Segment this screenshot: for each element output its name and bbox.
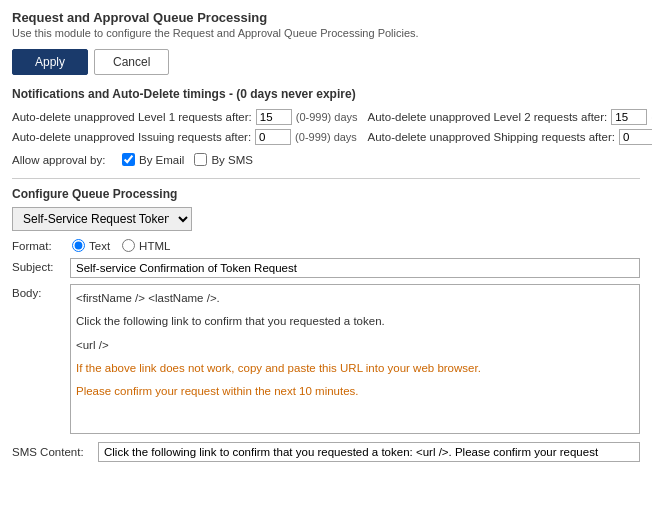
- autodelete-level2-label: Auto-delete unapproved Level 2 requests …: [368, 111, 608, 123]
- body-line-1: Click the following link to confirm that…: [76, 313, 634, 330]
- format-html-option: HTML: [139, 240, 170, 252]
- autodelete-issuing-label: Auto-delete unapproved Issuing requests …: [12, 131, 251, 143]
- by-email-checkbox-label[interactable]: By Email: [122, 153, 184, 166]
- body-textarea[interactable]: <firstName /> <lastName />. Click the fo…: [70, 284, 640, 434]
- autodelete-issuing-input[interactable]: [255, 129, 291, 145]
- format-html-radio[interactable]: [122, 239, 135, 252]
- autodelete-level1-label: Auto-delete unapproved Level 1 requests …: [12, 111, 252, 123]
- subject-input[interactable]: [70, 258, 640, 278]
- subject-row: Subject:: [12, 258, 640, 278]
- page-title: Request and Approval Queue Processing: [12, 10, 640, 25]
- notifications-section-title: Notifications and Auto-Delete timings - …: [12, 87, 640, 101]
- queue-dropdown[interactable]: Self-Service Request Token Level 1 Appro…: [12, 207, 192, 231]
- by-email-label: By Email: [139, 154, 184, 166]
- autodelete-shipping-row: Auto-delete unapproved Shipping requests…: [368, 129, 652, 145]
- format-text-label[interactable]: Text: [72, 239, 110, 252]
- configure-section-title: Configure Queue Processing: [12, 187, 640, 201]
- autodelete-level2-row: Auto-delete unapproved Level 2 requests …: [368, 109, 652, 125]
- format-html-label[interactable]: HTML: [122, 239, 170, 252]
- body-label: Body:: [12, 284, 64, 299]
- body-row: Body: <firstName /> <lastName />. Click …: [12, 284, 640, 434]
- autodelete-level1-row: Auto-delete unapproved Level 1 requests …: [12, 109, 358, 125]
- format-text-radio[interactable]: [72, 239, 85, 252]
- format-text-option: Text: [89, 240, 110, 252]
- page-subtitle: Use this module to configure the Request…: [12, 27, 640, 39]
- by-sms-checkbox-label[interactable]: By SMS: [194, 153, 253, 166]
- by-sms-checkbox[interactable]: [194, 153, 207, 166]
- autodelete-level1-input[interactable]: [256, 109, 292, 125]
- by-sms-label: By SMS: [211, 154, 253, 166]
- by-email-checkbox[interactable]: [122, 153, 135, 166]
- autodelete-level1-hint: (0-999) days: [296, 111, 358, 123]
- autodelete-issuing-hint: (0-999) days: [295, 131, 357, 143]
- format-label: Format:: [12, 240, 60, 252]
- autodelete-shipping-input[interactable]: [619, 129, 652, 145]
- subject-label: Subject:: [12, 258, 64, 273]
- body-line-4: Please confirm your request within the n…: [76, 383, 634, 400]
- body-line-2: <url />: [76, 337, 634, 354]
- autodelete-issuing-row: Auto-delete unapproved Issuing requests …: [12, 129, 358, 145]
- cancel-button[interactable]: Cancel: [94, 49, 169, 75]
- autodelete-shipping-label: Auto-delete unapproved Shipping requests…: [368, 131, 615, 143]
- body-line-3: If the above link does not work, copy an…: [76, 360, 634, 377]
- autodelete-level2-input[interactable]: [611, 109, 647, 125]
- sms-label: SMS Content:: [12, 446, 92, 458]
- sms-row: SMS Content:: [12, 442, 640, 462]
- approval-label: Allow approval by:: [12, 154, 112, 166]
- divider: [12, 178, 640, 179]
- apply-button[interactable]: Apply: [12, 49, 88, 75]
- sms-input[interactable]: [98, 442, 640, 462]
- body-line-0: <firstName /> <lastName />.: [76, 290, 634, 307]
